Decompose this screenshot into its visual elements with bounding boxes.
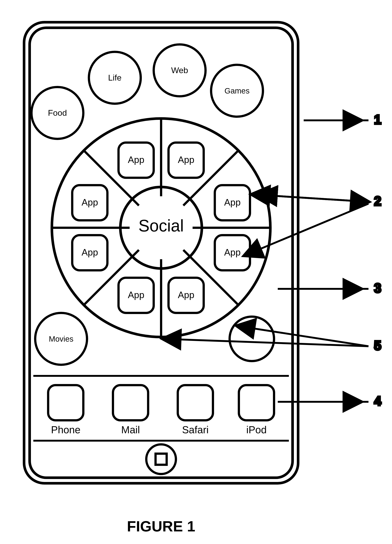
app-label: App — [224, 247, 241, 258]
home-icon — [155, 454, 167, 465]
svg-line-13 — [163, 339, 368, 346]
app-label: App — [128, 290, 144, 300]
figure-svg: Social App App App App App App App App F… — [0, 0, 392, 544]
figure-caption: FIGURE 1 — [127, 518, 195, 535]
callout-5: 5 — [374, 338, 381, 353]
category-label: Life — [108, 73, 122, 83]
category-label: Food — [48, 108, 67, 118]
svg-line-10 — [252, 195, 368, 202]
category-label: Web — [171, 65, 188, 75]
svg-line-11 — [244, 204, 368, 255]
device-outer — [24, 22, 298, 483]
dock: Phone Mail Safari iPod — [48, 385, 274, 436]
callout-2: 2 — [374, 194, 381, 208]
app-label: App — [82, 247, 98, 258]
dock-item-ipod[interactable] — [239, 385, 274, 420]
app-label: App — [82, 197, 98, 207]
app-label: App — [178, 290, 194, 300]
app-label: App — [178, 155, 194, 165]
category-label: Games — [224, 87, 249, 95]
callout-1: 1 — [374, 112, 381, 127]
callouts: 1 2 3 5 4 — [163, 112, 381, 408]
dock-item-safari[interactable] — [178, 385, 213, 420]
app-label: App — [224, 197, 241, 207]
home-button[interactable] — [146, 444, 176, 474]
dock-item-phone[interactable] — [48, 385, 83, 420]
category-blank[interactable] — [230, 317, 274, 361]
app-label: App — [128, 155, 144, 165]
category-label: Movies — [49, 335, 73, 343]
dock-label: iPod — [246, 424, 267, 436]
dock-label: Mail — [121, 424, 140, 436]
center-label: Social — [138, 216, 184, 235]
dock-label: Safari — [182, 424, 209, 436]
dock-item-mail[interactable] — [113, 385, 148, 420]
callout-4: 4 — [374, 394, 381, 408]
dock-label: Phone — [51, 424, 80, 436]
callout-3: 3 — [374, 281, 381, 295]
